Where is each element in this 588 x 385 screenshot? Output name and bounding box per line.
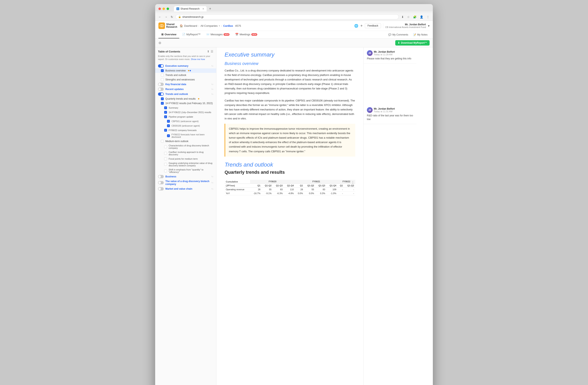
checkbox-cbs9106[interactable]: ✓ [167, 124, 170, 127]
extensions-icon-btn[interactable]: 🧩 [412, 15, 418, 19]
my-comments-button[interactable]: 💬 My Comments [386, 32, 410, 37]
checkbox-1h-2021[interactable]: ✓ [164, 111, 167, 114]
section2-subtitle: Quarterly trends and results [225, 170, 355, 175]
breadcrumb: 🏠 Dashboard › All Companies ▾ › CanBas 4… [180, 24, 241, 27]
new-tab-button[interactable]: + [208, 6, 213, 11]
toc-item-1h-2021[interactable]: ✓ 1H FY06/22 (July–December 2021) result… [155, 110, 216, 115]
account-icon-btn[interactable]: 👤 [419, 15, 424, 19]
globe-icon[interactable]: 🌐 [354, 24, 358, 28]
menu-icon-btn[interactable]: ⋮ [425, 15, 430, 19]
nav-overview-icon: ⊞ [161, 33, 164, 36]
toc-item-pipeline-update[interactable]: ✓ Pipeline program update [155, 115, 216, 119]
checkbox-summary[interactable]: ✓ [164, 106, 167, 109]
nav-meetings[interactable]: 📅 Meetings NEW [232, 31, 260, 38]
nav-myreport[interactable]: 📄 MyReport™ [179, 31, 203, 38]
maximize-button[interactable] [167, 8, 169, 10]
toc-item-forecasts-not-disclosed[interactable]: ✓ FY06/22 forecasts have not been disclo… [155, 132, 216, 139]
checkbox-forecasts-not-disclosed[interactable]: ✓ [167, 134, 170, 137]
forward-button[interactable]: → [164, 15, 168, 19]
close-button[interactable] [158, 8, 161, 10]
checkbox-cbp501[interactable]: ✓ [167, 120, 170, 123]
toc-item-cbs9106[interactable]: ✓ CBS9106 (anticancer agent) [155, 123, 216, 128]
toggle-trends-main[interactable] [158, 92, 164, 96]
toggle-business[interactable] [158, 175, 164, 178]
user-chevron-icon[interactable]: ▾ [428, 24, 430, 28]
toc-item-key-financial[interactable]: Key financial data ↑↓ [155, 82, 216, 87]
my-notes-button[interactable]: 📝 My Notes [411, 32, 430, 37]
refresh-button[interactable]: ↻ [170, 15, 174, 19]
download-myreport-button[interactable]: ⬇ Download MyReport™ [395, 40, 430, 45]
nav-messages[interactable]: 📨 Messages NEW [203, 31, 232, 38]
toc-item-fy0622-forecasts[interactable]: ✓ FY06/22 company forecasts [155, 128, 216, 132]
breadcrumb-company[interactable]: CanBas [223, 24, 233, 27]
toggle-executive-summary[interactable] [158, 64, 164, 68]
breadcrumb-all-companies[interactable]: All Companies [201, 24, 218, 27]
download-icon-btn[interactable]: ⬇ [400, 15, 405, 19]
toc-item-characteristics[interactable]: Characteristics of drug discovery biotec… [155, 143, 216, 150]
toc-item-medium-term[interactable]: Medium-term outlook [155, 139, 216, 143]
checkbox-fy0622-forecasts[interactable]: ✓ [164, 129, 167, 132]
toc-item-cbp501[interactable]: ✓ CBP501 (anticancer agent) [155, 119, 216, 123]
toc-collapse-button[interactable]: ⬆ [207, 50, 210, 53]
toc-item-summary[interactable]: ✓ Summary [155, 105, 216, 110]
toc-item-gauging[interactable]: Gauging underlying enterprise value of d… [155, 161, 216, 168]
breadcrumb-dashboard[interactable]: Dashboard [184, 24, 197, 27]
comment-time-1: Today at 11:28 AM [374, 53, 395, 56]
toggle-recent-updates[interactable] [158, 88, 164, 91]
checkbox-characteristics[interactable] [164, 145, 167, 148]
toc-item-recent-updates[interactable]: Recent updates ↑↓ [155, 87, 216, 92]
toggle-key-financial[interactable] [158, 83, 164, 86]
toc-item-1h-results[interactable]: ✓ 1H FY06/22 results (out February 10, 2… [155, 101, 216, 105]
table-cell-yoy-2: -9.1% [262, 191, 273, 195]
toc-item-business-overview[interactable]: ✓ Business overview [155, 68, 216, 73]
comment-user-1: Mr. Jordan Belfort [374, 50, 395, 53]
table-header-q1q4-fy21: Q1-Q4 [326, 183, 337, 187]
toc-item-trends-main[interactable]: Trends and outlook ↑↓ [155, 92, 216, 97]
checkbox-canbas-evolving[interactable] [164, 152, 167, 155]
checkbox-shift-emphasis[interactable] [164, 169, 167, 172]
toc-hint-link[interactable]: Show me how [191, 58, 205, 61]
toc-item-value-biotech[interactable]: The value of a drug discovery biotech co… [155, 179, 216, 186]
bookmark-icon-btn[interactable]: ☆ [406, 15, 411, 19]
tab-close-button[interactable]: ✕ [202, 8, 204, 10]
send-icon[interactable]: ✈ [360, 24, 363, 27]
toc-label-forecasts-not-disclosed: FY06/22 forecasts have not been disclose… [171, 133, 213, 138]
toc-item-trends-outlook-sub[interactable]: Trends and outlook [155, 73, 216, 77]
toc-list-button[interactable]: ☰ [211, 50, 213, 53]
browser-tab[interactable]: S Shared Research ✕ [174, 6, 207, 11]
back-button[interactable]: ← [158, 15, 162, 19]
settings-gear-button[interactable]: ⚙ [158, 41, 161, 45]
checkbox-gauging[interactable] [164, 163, 167, 166]
toc-item-focal-points[interactable]: Focal points for medium term [155, 157, 216, 161]
section1-title: Executive summary [225, 51, 355, 58]
comment-avatar-2: JB [367, 107, 373, 113]
checkbox-business-overview[interactable]: ✓ [161, 69, 164, 72]
checkbox-trends-outlook[interactable] [161, 74, 164, 77]
toc-item-strengths-weaknesses[interactable]: Strengths and weaknesses [155, 77, 216, 82]
checkbox-strengths-weaknesses[interactable] [161, 78, 164, 81]
minimize-button[interactable] [163, 8, 165, 10]
nav-overview[interactable]: ⊞ Overview [158, 31, 179, 38]
toc-item-market-value[interactable]: Market and value chain ↑↓ [155, 186, 216, 191]
toggle-market-value[interactable] [158, 187, 164, 190]
table-group-fy0621: FY06/21 [295, 180, 337, 184]
checkbox-focal-points[interactable] [164, 157, 167, 160]
checkbox-pipeline-update[interactable]: ✓ [164, 115, 167, 118]
tab-title: Shared Research [181, 7, 199, 10]
toc-label-cbp501: CBP501 (anticancer agent) [171, 120, 199, 122]
feedback-button[interactable]: Feedback [365, 23, 381, 28]
toc-label-cbs9106: CBS9106 (anticancer agent) [171, 124, 200, 127]
checkbox-medium-term[interactable] [161, 140, 164, 143]
toc-item-executive-summary[interactable]: Executive summary ↑↓ [155, 63, 216, 68]
toc-label-key-financial: Key financial data [165, 83, 186, 86]
checkbox-1h-results[interactable]: ✓ [161, 102, 164, 105]
checkbox-quarterly-trends[interactable]: ✓ [161, 97, 164, 100]
toc-item-business[interactable]: Business ↑↓ [155, 174, 216, 179]
toc-label-1h-2021: 1H FY06/22 (July–December 2021) results [169, 111, 211, 114]
toggle-value-biotech[interactable] [158, 181, 164, 184]
toc-item-shift-emphasis[interactable]: Shift in emphasis from "quantity" to "ef… [155, 168, 216, 174]
table-cell-oprev-10: - [344, 187, 355, 191]
toc-item-canbas-evolving[interactable]: CanBas' evolving approach to drug discov… [155, 150, 216, 157]
table-more-button[interactable]: ⋮ [350, 180, 355, 185]
toc-item-quarterly-trends[interactable]: ✓ Quarterly trends and results [155, 97, 216, 101]
